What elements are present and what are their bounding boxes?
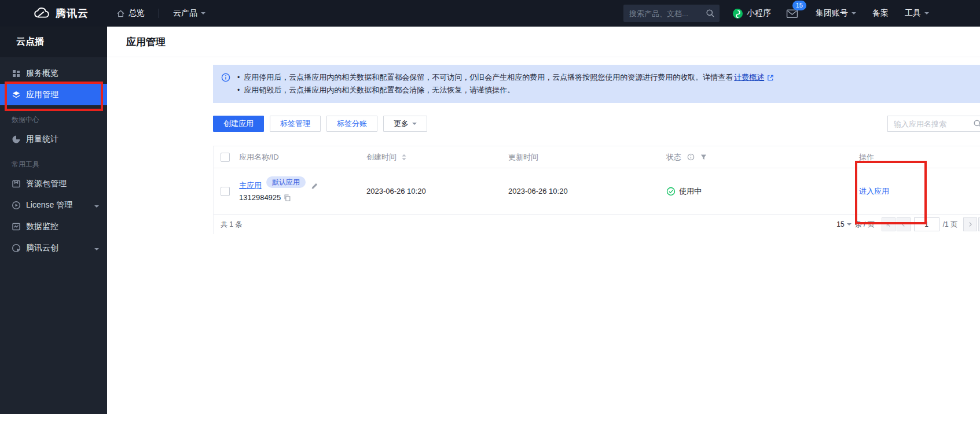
home-icon: [116, 9, 125, 18]
edit-pencil-icon[interactable]: [310, 182, 319, 190]
sidebar-item-label: 服务概览: [26, 68, 58, 79]
app-id: 1312984925: [239, 193, 281, 202]
brand-text: 腾讯云: [56, 6, 89, 20]
banner-line-2: 应用销毁后，云点播应用内的相关数据和配置都会清除，无法恢复，请谨慎操作。: [236, 84, 774, 97]
column-header-created: 创建时间: [366, 152, 397, 162]
updated-time: 2023-06-26 10:20: [508, 187, 568, 195]
group-account-label: 集团账号: [816, 8, 848, 19]
sidebar-item-resource-pack[interactable]: 资源包管理: [0, 173, 107, 194]
sidebar-item-data-monitor[interactable]: 数据监控: [0, 216, 107, 237]
column-header-name-id: 应用名称/ID: [239, 152, 279, 162]
info-circle-icon[interactable]: [687, 153, 695, 161]
created-time: 2023-06-26 10:20: [366, 187, 426, 195]
sidebar-item-tencent-cloud-media[interactable]: 腾讯云创: [0, 237, 107, 258]
chevron-down-icon: [201, 12, 205, 17]
nav-products-label: 云产品: [173, 8, 197, 19]
sort-icon[interactable]: [401, 153, 407, 161]
row-checkbox[interactable]: [221, 187, 230, 196]
total-count: 共 1 条: [221, 220, 242, 230]
first-page-button[interactable]: [882, 217, 895, 231]
prev-page-button[interactable]: [897, 217, 911, 231]
next-page-button[interactable]: [963, 217, 977, 231]
main-content: 应用管理 应用停用后，云点播应用内的相关数据和配置都会保留，不可访问，仍旧会产生…: [107, 27, 980, 447]
chevron-down-icon: [94, 205, 99, 210]
pagination: 共 1 条 15 条 / 页: [214, 215, 980, 234]
grid-icon: [12, 69, 21, 78]
column-header-action: 操作: [859, 152, 874, 162]
sidebar: 云点播 服务概览 应用管理 数据中心: [0, 27, 107, 414]
tag-billing-button[interactable]: 标签分账: [326, 116, 377, 132]
more-button[interactable]: 更多: [383, 116, 427, 132]
sidebar-item-service-overview[interactable]: 服务概览: [0, 62, 107, 84]
table-header-row: 应用名称/ID 创建时间 更新时间 状态: [214, 146, 980, 168]
sidebar-item-license[interactable]: License 管理: [0, 194, 107, 216]
page-count-label: /1 页: [943, 220, 957, 230]
sidebar-item-usage-stats[interactable]: 用量统计: [0, 128, 107, 150]
sidebar-item-label: 腾讯云创: [26, 243, 58, 253]
status-badge: 使用中: [679, 186, 702, 197]
tencent-cloud-logo-icon: [33, 7, 50, 20]
page-size-value: 15: [836, 220, 844, 228]
chevron-down-icon: [412, 123, 417, 127]
play-circle-icon: [12, 201, 21, 210]
nav-products[interactable]: 云产品: [173, 8, 205, 19]
sidebar-section-common-tools: 常用工具: [0, 153, 107, 173]
sidebar-item-app-management[interactable]: 应用管理: [0, 84, 107, 105]
chevron-down-icon: [851, 12, 856, 17]
layers-icon: [12, 90, 21, 99]
tag-manage-button[interactable]: 标签管理: [270, 116, 321, 132]
column-header-updated: 更新时间: [508, 152, 538, 162]
package-icon: [12, 179, 21, 189]
page-number-input[interactable]: [914, 217, 939, 231]
nav-tools[interactable]: 工具: [905, 8, 929, 19]
sidebar-item-label: 应用管理: [26, 90, 58, 100]
page-header: 应用管理: [107, 27, 980, 57]
app-name-link[interactable]: 主应用: [239, 180, 262, 191]
billing-overview-link[interactable]: 计费概述: [734, 71, 764, 84]
table-row: 主应用 默认应用 1312984925: [214, 168, 980, 215]
console-title: 云点播: [0, 27, 107, 57]
copy-icon[interactable]: [283, 194, 291, 202]
enter-app-link[interactable]: 进入应用: [859, 186, 889, 197]
sidebar-item-label: 用量统计: [26, 134, 58, 145]
app-table: 应用名称/ID 创建时间 更新时间 状态: [213, 146, 980, 234]
nav-beian[interactable]: 备案: [872, 8, 889, 19]
create-app-button[interactable]: 创建应用: [213, 116, 264, 132]
app-search-input[interactable]: [887, 116, 980, 132]
search-icon[interactable]: [706, 9, 715, 18]
sidebar-section-data-center: 数据中心: [0, 109, 107, 128]
chevron-down-icon: [847, 223, 851, 228]
globe-icon: [12, 243, 21, 253]
nav-beian-label: 备案: [872, 8, 889, 19]
select-all-checkbox[interactable]: [221, 153, 230, 162]
nav-tools-label: 工具: [905, 8, 921, 19]
monitor-icon: [12, 222, 21, 231]
external-link-icon[interactable]: [766, 74, 774, 82]
mini-program[interactable]: 小程序: [732, 8, 771, 19]
nav-overview[interactable]: 总览: [116, 8, 145, 19]
banner-line-1: 应用停用后，云点播应用内的相关数据和配置都会保留，不可访问，仍旧会产生相应的费用…: [236, 71, 774, 84]
mail-button[interactable]: 15: [786, 8, 798, 19]
tencent-cloud-logo[interactable]: 腾讯云: [33, 6, 89, 20]
notification-badge[interactable]: 15: [792, 1, 806, 10]
miniprogram-icon: [732, 8, 743, 19]
sidebar-item-label: 资源包管理: [26, 179, 67, 189]
sidebar-item-label: 数据监控: [26, 221, 58, 232]
column-header-status: 状态: [666, 152, 681, 162]
search-icon[interactable]: [973, 119, 980, 128]
topbar-divider: [159, 9, 159, 18]
topbar: 腾讯云 总览 云产品: [0, 0, 980, 27]
nav-overview-label: 总览: [129, 8, 145, 19]
toolbar: 创建应用 标签管理 标签分账 更多: [213, 116, 980, 132]
pie-chart-icon: [12, 135, 21, 144]
topbar-search: [623, 5, 720, 22]
mini-program-label: 小程序: [747, 8, 771, 19]
banner-text: 应用停用后，云点播应用内的相关数据和配置都会保留，不可访问，仍旧会产生相应的费用…: [244, 71, 733, 84]
page-size-select[interactable]: 15: [836, 220, 851, 228]
group-account[interactable]: 集团账号: [816, 8, 856, 19]
more-label: 更多: [394, 119, 409, 129]
page-title: 应用管理: [107, 35, 166, 49]
page-size-unit: 条 / 页: [855, 220, 875, 230]
filter-icon[interactable]: [700, 154, 707, 160]
banner-text: 应用销毁后，云点播应用内的相关数据和配置都会清除，无法恢复，请谨慎操作。: [244, 84, 515, 97]
